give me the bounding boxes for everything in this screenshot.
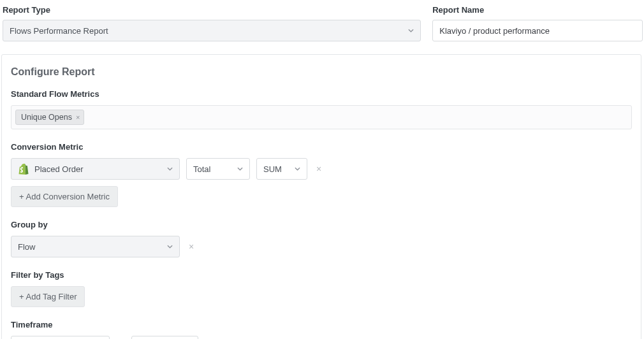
group-by-label: Group by [11,220,632,229]
standard-metrics-field[interactable]: Unique Opens × [11,105,632,129]
add-tag-filter-button[interactable]: + Add Tag Filter [11,286,85,307]
report-name-input[interactable] [432,20,643,41]
conversion-sum-value: SUM [263,164,282,174]
metric-chip-label: Unique Opens [21,113,72,122]
chevron-down-icon [408,28,414,34]
conversion-sum-select[interactable]: SUM [256,158,307,180]
chevron-down-icon [295,166,300,172]
configure-report-panel: Configure Report Standard Flow Metrics U… [1,54,641,339]
remove-chip-icon[interactable]: × [76,114,80,121]
configure-title: Configure Report [11,66,632,78]
conversion-metric-value: Placed Order [34,164,84,174]
timeframe-unit-select[interactable]: Month [131,336,198,339]
chevron-down-icon [167,244,173,250]
metric-chip[interactable]: Unique Opens × [15,110,84,125]
group-by-select[interactable]: Flow [11,236,180,257]
conversion-total-select[interactable]: Total [186,158,250,180]
conversion-metric-select[interactable]: Placed Order [11,158,180,180]
report-type-value: Flows Performance Report [10,26,108,36]
conversion-metric-label: Conversion Metric [11,142,632,152]
standard-metrics-label: Standard Flow Metrics [11,89,632,99]
remove-groupby-icon[interactable]: × [186,242,196,251]
filter-tags-label: Filter by Tags [11,270,632,280]
chevron-down-icon [237,166,243,172]
timeframe-range-select[interactable]: Sent in Last 90 Days [11,336,110,339]
report-type-select[interactable]: Flows Performance Report [3,20,421,41]
group-by-value: Flow [18,242,35,252]
conversion-total-value: Total [193,164,210,174]
timeframe-label: Timeframe [11,320,632,329]
report-name-label: Report Name [432,5,643,15]
shopify-icon [18,163,29,175]
report-type-label: Report Type [3,5,421,15]
chevron-down-icon [167,166,173,172]
remove-conversion-icon[interactable]: × [314,164,324,173]
add-conversion-metric-button[interactable]: + Add Conversion Metric [11,186,118,207]
